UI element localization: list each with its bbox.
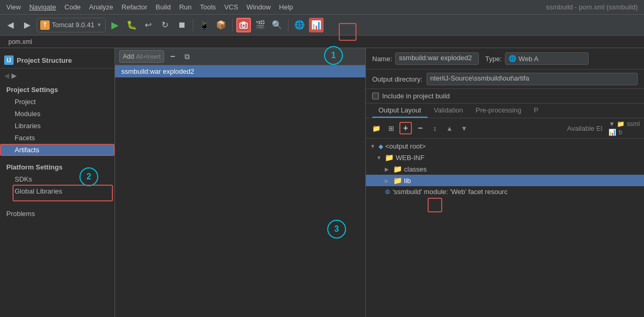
artifact-list-item[interactable]: ssmbuild:war exploded2	[115, 65, 365, 77]
name-label: Name:	[372, 55, 392, 63]
window-title: ssmbuild - pom.xml (ssmbuild)	[546, 3, 642, 11]
tree-item-output-root[interactable]: ▼ ◆ <output root>	[366, 141, 644, 152]
type-value: Web A	[519, 55, 538, 63]
available-panel: ▼ 📁 ssml 📊 b	[608, 120, 640, 136]
sidebar-item-facets[interactable]: Facets	[0, 132, 114, 144]
up-output-btn[interactable]: ▲	[443, 122, 456, 134]
search-everywhere-button[interactable]: 🔍	[270, 18, 284, 32]
tree-area: ▼ ◆ <output root> ▼ 📁 WEB-INF ▶ 📁 classe…	[366, 139, 644, 317]
sidebar-item-project[interactable]: Project	[0, 96, 114, 108]
menu-view[interactable]: View	[2, 2, 25, 12]
run-config-button[interactable]: 🎬	[253, 18, 268, 32]
menu-run[interactable]: Run	[175, 2, 196, 12]
menu-navigate[interactable]: Navigate	[25, 2, 60, 12]
name-field-group: Name: ssmbuild:war exploded2	[372, 52, 479, 65]
tab-pom-xml[interactable]: pom.xml	[4, 37, 36, 47]
diamond-icon: ◆	[378, 143, 383, 150]
include-build-row: Include in project build	[366, 89, 644, 104]
back-button[interactable]: ◀	[3, 18, 18, 32]
add-shortcut: Alt+Insert	[136, 53, 160, 60]
tab-output-layout[interactable]: Output Layout	[372, 104, 428, 118]
toolbar-separator-3	[288, 19, 289, 31]
tomcat-dropdown[interactable]: T Tomcat 9.0.41 ▼	[37, 18, 106, 32]
remove-artifact-button[interactable]: −	[166, 50, 179, 63]
project-settings-heading: Project Settings	[0, 83, 114, 96]
sidebar-item-global-libraries[interactable]: Global Libraries	[0, 185, 114, 197]
tomcat-label: Tomcat 9.0.41	[52, 21, 95, 29]
add-label: Add	[123, 53, 134, 60]
center-panel: Add Alt+Insert − ⧉ ssmbuild:war exploded…	[115, 48, 366, 317]
avail-item-1: ▼ 📁 ssml	[608, 120, 640, 128]
tree-item-module[interactable]: ⚙ 'ssmbuild' module: 'Web' facet resourc	[366, 186, 644, 197]
output-dir-row: Output directory: nterliJ-Source\ssmbuil…	[366, 70, 644, 89]
tree-label-module: 'ssmbuild' module: 'Web' facet resourc	[393, 188, 508, 196]
remove-output-btn[interactable]: −	[414, 122, 427, 134]
tree-label-webinf: WEB-INF	[396, 154, 424, 162]
forward-button[interactable]: ▶	[20, 18, 34, 32]
reload-button[interactable]: ↻	[158, 18, 172, 32]
type-input[interactable]: 🌐 Web A	[505, 52, 589, 65]
output-bars-btn[interactable]: ⊞	[385, 122, 397, 134]
sidebar: IJ Project Structure ◀ ▶ Project Setting…	[0, 48, 115, 317]
tree-item-webinf[interactable]: ▼ 📁 WEB-INF	[366, 152, 644, 163]
run-with-coverage-button[interactable]: ↩	[141, 18, 156, 32]
debug-button[interactable]: 🐛	[124, 18, 139, 32]
sidebar-item-artifacts[interactable]: Artifacts	[0, 144, 114, 156]
artifact-toolbar: Add Alt+Insert − ⧉	[115, 48, 365, 65]
intellij-icon: IJ	[4, 55, 14, 65]
folder-icon-lib: 📁	[393, 176, 402, 185]
expand-arrow: ▼	[370, 143, 376, 149]
camera-button[interactable]	[236, 18, 251, 32]
include-build-checkbox[interactable]	[372, 93, 379, 99]
sidebar-item-problems[interactable]: Problems	[0, 206, 114, 222]
toolbar-separator-2	[232, 19, 233, 31]
sidebar-item-libraries[interactable]: Libraries	[0, 120, 114, 132]
menu-tools[interactable]: Tools	[196, 2, 220, 12]
tree-item-lib[interactable]: ▶ 📁 lib	[366, 175, 644, 186]
expand-arrow-webinf: ▼	[376, 155, 383, 161]
sidebar-item-sdks[interactable]: SDKs	[0, 173, 114, 185]
web-type-icon: 🌐	[509, 55, 516, 62]
copy-artifact-button[interactable]: ⧉	[181, 50, 193, 63]
expand-arrow-classes: ▶	[385, 166, 391, 172]
menu-vcs[interactable]: VCS	[220, 2, 243, 12]
avail-item-2: 📊 b	[608, 129, 640, 136]
translate-button[interactable]: 🌐	[292, 18, 307, 32]
module-icon: ⚙	[385, 188, 390, 196]
menu-code[interactable]: Code	[60, 2, 85, 12]
nav-forward[interactable]: ▶	[12, 72, 17, 80]
add-output-btn[interactable]: +	[399, 122, 412, 134]
nav-back[interactable]: ◀	[4, 72, 9, 80]
run-button[interactable]: ▶	[108, 18, 122, 32]
chevron-down-icon: ▼	[97, 22, 102, 28]
menu-window[interactable]: Window	[243, 2, 275, 12]
tree-item-classes[interactable]: ▶ 📁 classes	[366, 163, 644, 175]
tab-preprocessing[interactable]: Pre-processing	[469, 104, 527, 118]
type-label: Type:	[485, 55, 502, 63]
menu-refactor[interactable]: Refactor	[118, 2, 152, 12]
tab-validation[interactable]: Validation	[428, 104, 469, 118]
tree-label-lib: lib	[404, 177, 411, 185]
sidebar-item-modules[interactable]: Modules	[0, 108, 114, 120]
right-panel: Name: ssmbuild:war exploded2 Type: 🌐 Web…	[366, 48, 644, 317]
stop-button[interactable]: ⏹	[175, 18, 189, 32]
sdk-button[interactable]: 📦	[214, 18, 228, 32]
menu-build[interactable]: Build	[152, 2, 175, 12]
output-folder-btn[interactable]: 📁	[370, 122, 383, 134]
menu-analyze[interactable]: Analyze	[85, 2, 117, 12]
output-toolbar: 📁 ⊞ + − ↕ ▲ ▼ Available El ▼ 📁 ssml 📊 b	[366, 118, 644, 139]
right-tabs: Output Layout Validation Pre-processing …	[366, 104, 644, 118]
right-top-row: Name: ssmbuild:war exploded2 Type: 🌐 Web…	[366, 48, 644, 70]
tab-more[interactable]: P	[527, 104, 545, 118]
plugin-button[interactable]: 📊	[309, 18, 324, 32]
add-button[interactable]: Add Alt+Insert	[119, 50, 164, 63]
name-input[interactable]: ssmbuild:war exploded2	[395, 52, 479, 65]
down-output-btn[interactable]: ▼	[458, 122, 470, 134]
device-button[interactable]: 📱	[197, 18, 212, 32]
sort-output-btn[interactable]: ↕	[429, 122, 441, 134]
menu-help[interactable]: Help	[275, 2, 297, 12]
problems-section: Problems	[0, 206, 114, 222]
toolbar-separator-1	[193, 19, 193, 31]
output-dir-input[interactable]: nterliJ-Source\ssmbuild\out\artifa	[427, 73, 638, 85]
output-dir-label: Output directory:	[372, 75, 422, 83]
